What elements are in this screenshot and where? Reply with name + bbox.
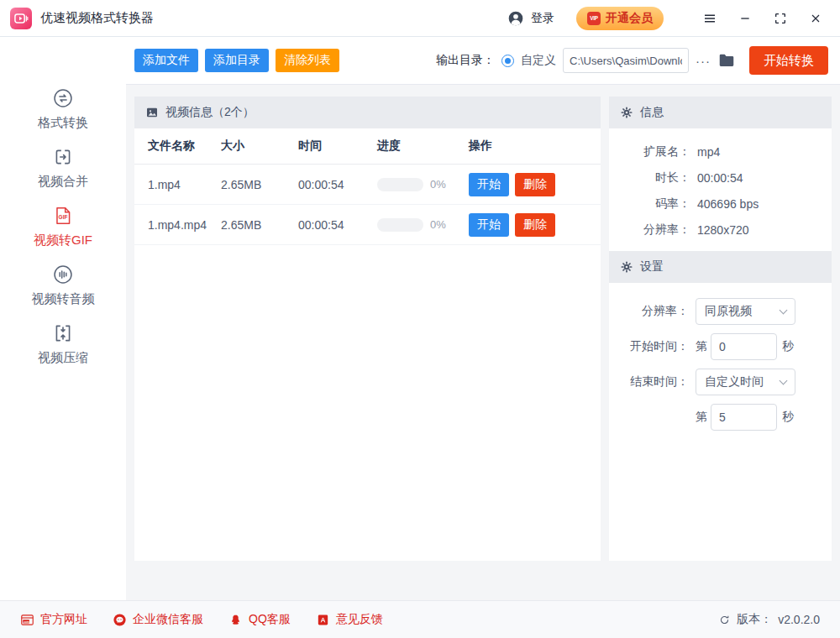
video-list-header: 视频信息（2个） <box>134 97 601 128</box>
wechat-support-link[interactable]: 企业微信客服 <box>113 612 203 627</box>
chevron-down-icon <box>780 376 788 384</box>
close-button[interactable] <box>806 9 825 28</box>
file-name: 1.mp4.mp4 <box>134 218 221 232</box>
minimize-button[interactable] <box>736 9 754 28</box>
svg-text:GIF: GIF <box>59 214 68 220</box>
progress-bar <box>377 178 423 191</box>
feedback-icon <box>316 613 330 627</box>
sidebar-item-label: 视频压缩 <box>38 350 88 366</box>
sidebar-item-label: 格式转换 <box>38 115 88 131</box>
file-time: 00:00:54 <box>298 178 377 191</box>
row-delete-button[interactable]: 删除 <box>515 173 555 196</box>
format-convert-icon <box>52 87 74 109</box>
video-to-audio-icon <box>52 264 74 285</box>
info-label: 码率： <box>609 196 690 212</box>
open-vip-button[interactable]: VIP 开通会员 <box>576 7 664 30</box>
col-filename: 文件名称 <box>134 139 221 154</box>
add-folder-button[interactable]: 添加目录 <box>205 49 269 72</box>
table-row: 1.mp4.mp4 2.65MB 00:00:54 0% 开始 删除 <box>134 205 601 245</box>
info-value-resolution: 1280x720 <box>697 223 749 237</box>
end-time-mode-value: 自定义时间 <box>705 374 764 390</box>
chevron-down-icon <box>780 306 788 314</box>
gear-icon <box>620 260 633 274</box>
info-value-extension: mp4 <box>697 145 720 159</box>
col-size: 大小 <box>221 139 298 154</box>
image-icon <box>145 106 159 119</box>
info-body: 扩展名：mp4 时长：00:00:54 码率：406696 bps 分辨率：12… <box>609 128 832 251</box>
login-button[interactable]: 登录 <box>507 10 554 27</box>
start-time-input[interactable] <box>711 333 777 360</box>
menu-button[interactable] <box>701 9 719 28</box>
file-name: 1.mp4 <box>134 178 221 191</box>
footer-link-label: QQ客服 <box>249 612 291 627</box>
qq-support-link[interactable]: QQ客服 <box>228 612 291 627</box>
unit-suffix: 秒 <box>782 339 794 354</box>
sidebar: 格式转换 视频合并 GIF 视频转GIF 视频转音频 视频压缩 <box>0 37 126 600</box>
custom-radio-label: 自定义 <box>521 53 556 68</box>
qq-icon <box>228 613 243 627</box>
progress-percent: 0% <box>430 178 446 191</box>
maximize-icon <box>774 12 787 25</box>
row-delete-button[interactable]: 删除 <box>515 213 555 237</box>
info-section-header: 信息 <box>609 97 832 128</box>
website-icon: .com <box>20 613 34 627</box>
unit-prefix: 第 <box>696 410 707 425</box>
clear-list-button[interactable]: 清除列表 <box>276 49 339 72</box>
svg-text:.com: .com <box>23 620 29 623</box>
folder-icon <box>717 51 736 70</box>
vip-badge-icon: VIP <box>587 12 601 25</box>
video-list-panel: 视频信息（2个） 文件名称 大小 时间 进度 操作 1.mp4 2.65MB 0… <box>134 97 601 561</box>
resolution-label: 分辨率： <box>609 304 689 319</box>
browse-more-button[interactable]: ··· <box>696 54 711 68</box>
sidebar-item-format-convert[interactable]: 格式转换 <box>0 87 126 131</box>
wechat-icon <box>113 613 127 627</box>
footer: .com 官方网址 企业微信客服 QQ客服 意见反馈 版本： v2.0.2.0 <box>0 600 840 638</box>
row-start-button[interactable]: 开始 <box>469 213 509 237</box>
col-progress: 进度 <box>377 139 469 154</box>
resolution-select[interactable]: 同原视频 <box>696 298 795 325</box>
app-logo-icon <box>10 8 32 29</box>
start-convert-button[interactable]: 开始转换 <box>749 46 828 75</box>
info-value-bitrate: 406696 bps <box>697 197 759 211</box>
row-start-button[interactable]: 开始 <box>469 173 509 196</box>
official-website-link[interactable]: .com 官方网址 <box>20 612 87 627</box>
settings-section-header: 设置 <box>609 251 832 283</box>
info-section-title: 信息 <box>640 105 664 120</box>
settings-section-title: 设置 <box>640 259 664 275</box>
output-path-input[interactable] <box>563 48 689 73</box>
custom-radio[interactable] <box>501 55 514 67</box>
feedback-link[interactable]: 意见反馈 <box>316 612 383 627</box>
sidebar-item-label: 视频转音频 <box>32 291 95 307</box>
file-size: 2.65MB <box>221 178 298 191</box>
progress-bar <box>377 218 423 232</box>
end-time-mode-select[interactable]: 自定义时间 <box>696 369 795 395</box>
right-panel: 信息 扩展名：mp4 时长：00:00:54 码率：406696 bps 分辨率… <box>609 97 832 561</box>
settings-body: 分辨率： 同原视频 开始时间： 第 秒 <box>609 283 832 561</box>
sidebar-item-video-merge[interactable]: 视频合并 <box>0 146 126 190</box>
info-value-duration: 00:00:54 <box>697 171 743 185</box>
col-time: 时间 <box>298 139 377 154</box>
version-value: v2.0.2.0 <box>778 613 820 626</box>
sidebar-item-video-compress[interactable]: 视频压缩 <box>0 322 126 366</box>
close-icon <box>809 12 822 25</box>
info-label: 时长： <box>609 170 690 186</box>
start-time-label: 开始时间： <box>609 339 689 354</box>
open-folder-button[interactable] <box>717 51 736 70</box>
sidebar-item-video-to-gif[interactable]: GIF 视频转GIF <box>0 205 126 248</box>
file-time: 00:00:54 <box>298 218 377 232</box>
info-label: 扩展名： <box>609 144 690 160</box>
refresh-icon[interactable] <box>718 614 731 626</box>
app-window: 优速视频格式转换器 登录 VIP 开通会员 格式转换 视频 <box>0 0 840 638</box>
end-time-input[interactable] <box>711 404 777 431</box>
gif-file-icon: GIF <box>52 205 74 227</box>
unit-prefix: 第 <box>696 339 707 354</box>
hamburger-icon <box>702 11 717 26</box>
main-area: 添加文件 添加目录 清除列表 输出目录： 自定义 ··· 开始转换 <box>126 37 840 600</box>
unit-suffix: 秒 <box>782 410 794 425</box>
sidebar-item-label: 视频合并 <box>38 174 88 190</box>
version-label: 版本： <box>737 612 772 627</box>
add-file-button[interactable]: 添加文件 <box>134 49 198 72</box>
toolbar: 添加文件 添加目录 清除列表 输出目录： 自定义 ··· 开始转换 <box>126 37 840 85</box>
sidebar-item-video-to-audio[interactable]: 视频转音频 <box>0 264 126 307</box>
maximize-button[interactable] <box>771 9 790 28</box>
